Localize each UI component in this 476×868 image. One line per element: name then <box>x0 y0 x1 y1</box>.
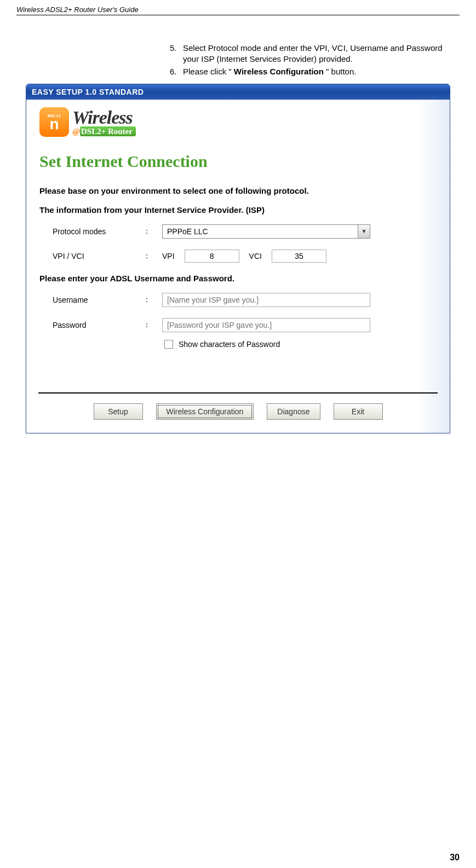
logo-wireless: Wireless <box>72 107 136 128</box>
dropdown-icon[interactable]: ▼ <box>358 225 370 238</box>
row-showpw: Show characters of Password <box>164 340 437 349</box>
app-body: 802.11 n Wireless @DSL2+ Router Set Inte… <box>26 100 450 433</box>
logo-badge: 802.11 n <box>39 107 69 137</box>
inst-after: " button. <box>324 67 357 76</box>
protocol-value: PPPoE LLC <box>163 227 358 236</box>
subhead-2: The information from your Internet Servi… <box>39 205 437 215</box>
protocol-select[interactable]: PPPoE LLC ▼ <box>162 224 370 239</box>
inst-before: Please click " <box>183 67 234 76</box>
logo-text: Wireless @DSL2+ Router <box>72 107 136 136</box>
button-row: Setup Wireless Configuration Diagnose Ex… <box>39 403 437 422</box>
app-window: EASY SETUP 1.0 STANDARD 802.11 n Wireles… <box>26 84 450 433</box>
colon: : <box>146 227 162 236</box>
inst-bold: Wireless Configuration <box>234 67 324 76</box>
colon: : <box>146 252 162 261</box>
colon: : <box>146 296 162 304</box>
label-protocol: Protocol modes <box>53 227 146 236</box>
window-title: EASY SETUP 1.0 STANDARD <box>26 84 450 100</box>
row-vpivci: VPI / VCI : VPI VCI <box>53 250 437 263</box>
setup-button[interactable]: Setup <box>94 403 143 420</box>
username-input[interactable] <box>162 293 370 307</box>
subhead-3: Please enter your ADSL Username and Pass… <box>39 274 437 283</box>
row-username: Username : <box>53 293 437 307</box>
password-input[interactable] <box>162 318 370 332</box>
vpi-input[interactable] <box>185 250 239 263</box>
wireless-configuration-button[interactable]: Wireless Configuration <box>156 403 254 420</box>
colon: : <box>146 321 162 329</box>
badge-letter: n <box>49 118 59 130</box>
logo-sub: @DSL2+ Router <box>72 127 136 136</box>
instruction-5: 5. Select Protocol mode and enter the VP… <box>170 43 460 64</box>
subhead-1: Please base on your environment to selec… <box>39 186 437 195</box>
instruction-6: 6. Please click " Wireless Configuration… <box>170 66 460 77</box>
logo-at: @ <box>72 127 80 136</box>
row-password: Password : <box>53 318 437 332</box>
exit-button[interactable]: Exit <box>334 403 383 420</box>
show-password-checkbox[interactable] <box>164 340 173 349</box>
label-vpivci: VPI / VCI <box>53 252 146 261</box>
vci-input[interactable] <box>272 250 326 263</box>
row-protocol: Protocol modes : PPPoE LLC ▼ <box>53 224 437 239</box>
label-username: Username <box>53 296 146 304</box>
show-password-label: Show characters of Password <box>179 340 280 349</box>
label-vpi: VPI <box>162 252 175 261</box>
inst-text: Select Protocol mode and enter the VPI, … <box>183 43 460 64</box>
separator <box>38 392 438 394</box>
inst-text: Please click " Wireless Configuration " … <box>183 66 460 77</box>
inst-num: 6. <box>170 66 183 77</box>
doc-header: Wireless ADSL2+ Router User's Guide <box>16 5 460 15</box>
instruction-list: 5. Select Protocol mode and enter the VP… <box>170 43 460 77</box>
label-password: Password <box>53 321 146 329</box>
logo: 802.11 n Wireless @DSL2+ Router <box>39 107 437 137</box>
inst-num: 5. <box>170 43 183 64</box>
page-number: 30 <box>450 853 460 863</box>
label-vci: VCI <box>249 252 262 261</box>
page-heading: Set Internet Connection <box>39 152 437 171</box>
diagnose-button[interactable]: Diagnose <box>267 403 320 420</box>
